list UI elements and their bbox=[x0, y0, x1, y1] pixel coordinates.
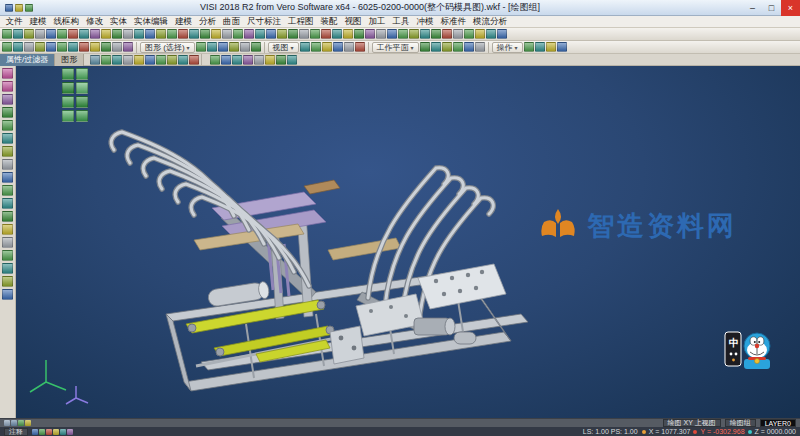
toolbar-icon[interactable] bbox=[240, 42, 250, 52]
toolbar-icon[interactable] bbox=[79, 29, 89, 39]
toolbar-icon[interactable] bbox=[475, 42, 485, 52]
toolbar-icon[interactable] bbox=[46, 42, 56, 52]
drawing-group-indicator[interactable]: 绘图组 bbox=[725, 419, 756, 427]
toolbar-icon[interactable] bbox=[442, 42, 452, 52]
toolbar-icon[interactable] bbox=[277, 29, 287, 39]
toolbar-icon[interactable] bbox=[310, 29, 320, 39]
toolbar-icon[interactable] bbox=[276, 55, 286, 65]
toolbar-icon[interactable] bbox=[524, 42, 534, 52]
toolbar-icon[interactable] bbox=[101, 42, 111, 52]
menu-item[interactable]: 工具 bbox=[389, 16, 413, 28]
toolbar-icon[interactable] bbox=[2, 185, 13, 196]
toolbar-icon[interactable] bbox=[62, 110, 74, 122]
toolbar-icon[interactable] bbox=[62, 68, 74, 80]
view-group-dropdown[interactable]: 视图 ▾ bbox=[268, 42, 299, 53]
toolbar-icon[interactable] bbox=[90, 42, 100, 52]
toolbar-icon[interactable] bbox=[24, 42, 34, 52]
toolbar-icon[interactable] bbox=[76, 82, 88, 94]
toolbar-icon[interactable] bbox=[420, 29, 430, 39]
toolbar-icon[interactable] bbox=[431, 42, 441, 52]
tab-properties-filter[interactable]: 属性/过滤器 bbox=[0, 54, 55, 66]
toolbar-icon[interactable] bbox=[244, 29, 254, 39]
toolbar-icon[interactable] bbox=[464, 29, 474, 39]
toolbar-icon[interactable] bbox=[2, 146, 13, 157]
toolbar-icon[interactable] bbox=[13, 29, 23, 39]
toolbar-icon[interactable] bbox=[178, 29, 188, 39]
toolbar-icon[interactable] bbox=[288, 29, 298, 39]
toolbar-icon[interactable] bbox=[207, 42, 217, 52]
toolbar-icon[interactable] bbox=[178, 55, 188, 65]
menu-item[interactable]: 模流分析 bbox=[470, 16, 511, 28]
toolbar-icon[interactable] bbox=[343, 29, 353, 39]
toolbar-icon[interactable] bbox=[535, 42, 545, 52]
toolbar-icon[interactable] bbox=[79, 42, 89, 52]
toolbar-icon[interactable] bbox=[546, 42, 556, 52]
toolbar-icon[interactable] bbox=[475, 29, 485, 39]
toolbar-icon[interactable] bbox=[254, 55, 264, 65]
menu-item[interactable]: 装配 bbox=[317, 16, 341, 28]
toolbar-icon[interactable] bbox=[354, 29, 364, 39]
toolbar-icon[interactable] bbox=[134, 55, 144, 65]
toolbar-icon[interactable] bbox=[76, 68, 88, 80]
menu-item[interactable]: 尺寸标注 bbox=[244, 16, 285, 28]
toolbar-icon[interactable] bbox=[53, 429, 59, 435]
toolbar-icon[interactable] bbox=[218, 42, 228, 52]
toolbar-icon[interactable] bbox=[189, 29, 199, 39]
toolbar-icon[interactable] bbox=[2, 81, 13, 92]
toolbar-icon[interactable] bbox=[2, 133, 13, 144]
toolbar-icon[interactable] bbox=[453, 29, 463, 39]
toolbar-icon[interactable] bbox=[376, 29, 386, 39]
workplane-group-dropdown[interactable]: 工作平面 ▾ bbox=[372, 42, 419, 53]
toolbar-icon[interactable] bbox=[145, 29, 155, 39]
toolbar-icon[interactable] bbox=[344, 42, 354, 52]
toolbar-icon[interactable] bbox=[322, 42, 332, 52]
toolbar-icon[interactable] bbox=[134, 29, 144, 39]
toolbar-icon[interactable] bbox=[35, 29, 45, 39]
toolbar-icon[interactable] bbox=[486, 29, 496, 39]
menu-item[interactable]: 建模 bbox=[172, 16, 196, 28]
toolbar-icon[interactable] bbox=[2, 94, 13, 105]
toolbar-icon[interactable] bbox=[196, 42, 206, 52]
toolbar-icon[interactable] bbox=[300, 42, 310, 52]
toolbar-icon[interactable] bbox=[233, 29, 243, 39]
menu-item[interactable]: 实体 bbox=[107, 16, 131, 28]
toolbar-icon[interactable] bbox=[287, 55, 297, 65]
toolbar-icon[interactable] bbox=[442, 29, 452, 39]
toolbar-icon[interactable] bbox=[11, 420, 17, 426]
toolbar-icon[interactable] bbox=[76, 96, 88, 108]
toolbar-icon[interactable] bbox=[68, 29, 78, 39]
menu-item[interactable]: 文件 bbox=[2, 16, 26, 28]
toolbar-icon[interactable] bbox=[156, 55, 166, 65]
toolbar-icon[interactable] bbox=[200, 29, 210, 39]
toolbar-icon[interactable] bbox=[2, 289, 13, 300]
tab-graphics[interactable]: 图形 bbox=[55, 54, 84, 66]
toolbar-icon[interactable] bbox=[123, 42, 133, 52]
toolbar-icon[interactable] bbox=[2, 172, 13, 183]
toolbar-icon[interactable] bbox=[2, 276, 13, 287]
menu-item[interactable]: 建模 bbox=[26, 16, 50, 28]
toolbar-icon[interactable] bbox=[365, 29, 375, 39]
toolbar-icon[interactable] bbox=[2, 237, 13, 248]
toolbar-icon[interactable] bbox=[2, 68, 13, 79]
toolbar-icon[interactable] bbox=[57, 42, 67, 52]
menu-item[interactable]: 实体编辑 bbox=[131, 16, 172, 28]
toolbar-icon[interactable] bbox=[46, 29, 56, 39]
toolbar-icon[interactable] bbox=[453, 42, 463, 52]
toolbar-icon[interactable] bbox=[355, 42, 365, 52]
toolbar-icon[interactable] bbox=[35, 42, 45, 52]
menu-item[interactable]: 标准件 bbox=[437, 16, 470, 28]
toolbar-icon[interactable] bbox=[332, 29, 342, 39]
toolbar-icon[interactable] bbox=[57, 29, 67, 39]
toolbar-icon[interactable] bbox=[123, 29, 133, 39]
toolbar-icon[interactable] bbox=[2, 159, 13, 170]
toolbar-icon[interactable] bbox=[398, 29, 408, 39]
3d-viewport[interactable]: 智造资料网 中 bbox=[16, 66, 800, 418]
toolbar-icon[interactable] bbox=[311, 42, 321, 52]
toolbar-icon[interactable] bbox=[431, 29, 441, 39]
toolbar-icon[interactable] bbox=[255, 29, 265, 39]
toolbar-icon[interactable] bbox=[18, 420, 24, 426]
menu-item[interactable]: 线框构 bbox=[50, 16, 83, 28]
toolbar-icon[interactable] bbox=[221, 55, 231, 65]
toolbar-icon[interactable] bbox=[420, 42, 430, 52]
close-button[interactable]: × bbox=[781, 0, 800, 16]
